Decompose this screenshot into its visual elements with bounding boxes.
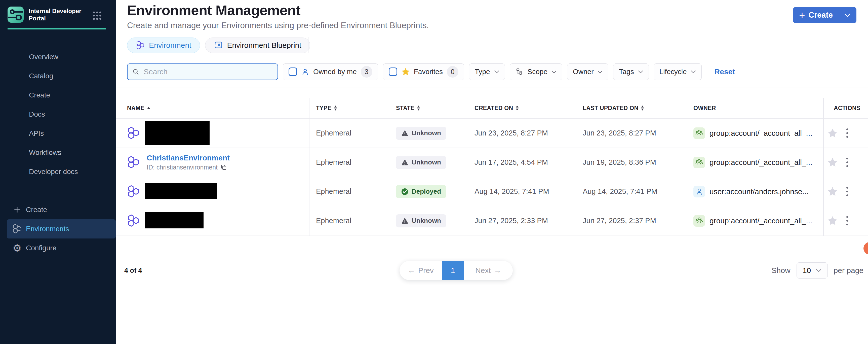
sidebar-item-environments[interactable]: Environments [7,219,116,238]
divider [7,193,116,193]
column-header-actions: ACTIONS [823,105,868,112]
column-header-owner: OWNER [686,105,823,112]
row-menu-icon[interactable] [845,156,849,168]
environment-icon [127,127,140,140]
sidebar-item-workflows[interactable]: Workflows [0,143,116,162]
row-menu-icon[interactable] [845,186,849,197]
filter-tags[interactable]: Tags [613,63,649,80]
column-header-created-on[interactable]: CREATED ON [467,105,576,112]
type-cell: Ephemeral [309,188,389,196]
search-box [127,63,278,80]
show-label: Show [772,266,790,275]
tab-environment[interactable]: Environment [127,37,200,53]
page-size-select[interactable]: 10 [797,262,828,279]
favorite-star-icon[interactable] [827,128,838,139]
chevron-down-icon [494,70,499,74]
tab-environment-blueprint[interactable]: Environment Blueprint [205,37,310,53]
filter-owner[interactable]: Owner [567,63,608,80]
owned-by-me-checkbox[interactable] [288,67,297,76]
chevron-down-icon[interactable] [844,13,850,17]
owner-cell: group:account/_account_all_... [686,156,823,168]
environment-name-link[interactable]: ChristiansEnvironment [147,153,230,162]
actions-cell [823,186,868,197]
owner-kind-icon [693,127,705,139]
owner-ref: group:account/_account_all_... [710,158,812,167]
sidebar-item-configure[interactable]: ⚙ Configure [7,238,116,258]
filter-lifecycle[interactable]: Lifecycle [654,63,702,80]
owner-kind-icon [693,186,705,197]
copy-icon[interactable] [220,164,227,171]
brand-title: Internal Developer Portal [29,7,89,22]
type-cell: Ephemeral [309,129,389,137]
create-split-button[interactable]: + Create [793,7,857,23]
name-cell: ChristiansEnvironment ID: christiansenvi… [116,153,309,171]
favorites-count: 0 [447,66,458,78]
favorite-star-icon[interactable] [827,157,838,168]
search-input[interactable] [144,67,270,76]
blueprint-icon [214,41,223,50]
filter-favorites[interactable]: Favorites 0 [383,63,464,80]
column-header-name[interactable]: NAME [116,105,309,112]
environment-icon [127,185,140,198]
group-icon [695,157,704,167]
plus-icon: + [799,10,805,20]
sidebar-item-catalog[interactable]: Catalog [0,66,116,86]
accent-rule [7,28,106,29]
filter-type[interactable]: Type [469,63,505,80]
hexagons-icon [136,41,145,50]
portal-logo-icon [7,6,24,23]
row-menu-icon[interactable] [845,215,849,226]
filter-label: Lifecycle [659,68,687,76]
page-title: Environment Management [127,2,301,19]
app-switcher-icon[interactable] [93,11,102,20]
name-cell [116,121,309,146]
state-cell: Deployed [389,185,467,198]
sidebar-item-apis[interactable]: APIs [0,124,116,143]
favorites-checkbox[interactable] [389,67,397,76]
sort-icon [417,105,420,111]
brand: Internal Developer Portal [7,6,89,23]
column-header-type[interactable]: TYPE [309,105,389,112]
table-header: NAME TYPE STATE CREATED ON LAST UPDATED … [116,98,868,118]
state-label: Unknown [412,217,441,225]
state-badge: Unknown [396,214,446,227]
created-on-cell: Jun 17, 2025, 4:54 PM [467,158,576,167]
filter-owned-by-me[interactable]: Owned by me 3 [283,63,378,80]
page-number-active[interactable]: 1 [442,261,464,280]
redacted-name [145,183,217,199]
filter-scope[interactable]: Scope [510,63,562,80]
created-on-cell: Aug 14, 2025, 7:41 PM [467,188,576,196]
plus-icon [12,204,22,215]
chevron-down-icon [691,70,696,74]
table-row: Ephemeral Deployed Aug 14, 2025, 7:41 PM… [116,177,868,206]
sort-asc-icon [147,107,151,109]
filter-label: Owner [573,68,593,76]
favorite-star-icon[interactable] [827,216,838,226]
table-row: ChristiansEnvironment ID: christiansenvi… [116,148,868,177]
sidebar-item-label: Catalog [29,72,53,80]
favorite-star-icon[interactable] [827,187,838,197]
user-icon [695,188,704,196]
name-cell [116,212,309,229]
table-row: Ephemeral Unknown Jun 27, 2025, 2:33 PM … [116,206,868,235]
sidebar-item-overview[interactable]: Overview [0,47,116,66]
reset-filters-button[interactable]: Reset [715,67,735,76]
next-page-button[interactable]: Next → [464,261,513,280]
sidebar-item-create[interactable]: Create [0,86,116,105]
sidebar-item-label: Developer docs [29,168,78,176]
state-label: Unknown [412,159,441,166]
sidebar-item-create[interactable]: Create [7,200,116,219]
column-header-last-updated-on[interactable]: LAST UPDATED ON [576,105,686,112]
owned-by-me-count: 3 [361,66,372,78]
created-on-cell: Jun 27, 2025, 2:33 PM [467,217,576,225]
sidebar-item-docs[interactable]: Docs [0,105,116,124]
state-badge: Unknown [396,156,446,169]
environment-name-block: ChristiansEnvironment ID: christiansenvi… [147,153,230,171]
row-menu-icon[interactable] [845,127,849,139]
column-header-state[interactable]: STATE [389,105,467,112]
sidebar-item-developer-docs[interactable]: Developer docs [0,162,116,181]
filter-dropdowns: Type Scope Owner Tags Lifecycle [469,63,702,80]
prev-page-button[interactable]: ← Prev [400,261,442,280]
last-updated-cell: Jun 19, 2025, 8:36 PM [576,158,686,167]
warning-icon [401,217,409,225]
